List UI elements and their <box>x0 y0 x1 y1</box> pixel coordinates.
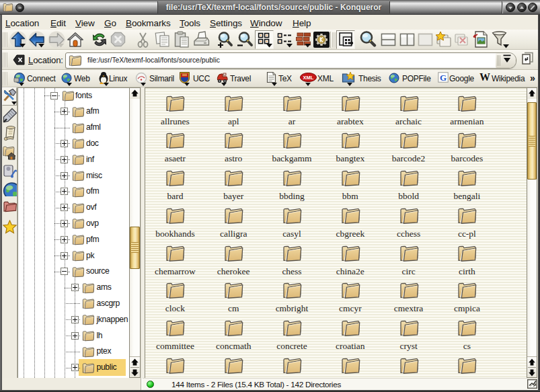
svg-text:G: G <box>440 73 447 83</box>
svg-text:XML: XML <box>303 75 314 81</box>
